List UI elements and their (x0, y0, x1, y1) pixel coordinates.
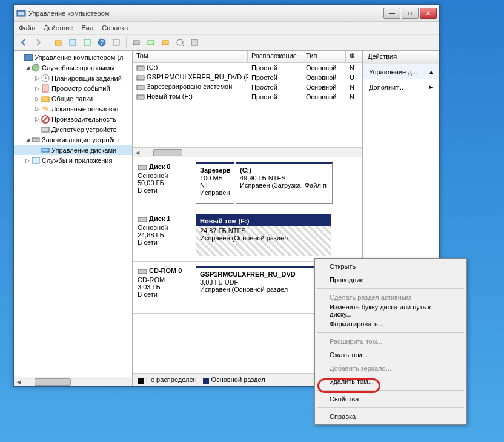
svg-line-24 (43, 117, 48, 122)
window-title: Управление компьютером (28, 10, 383, 17)
tree-devmgr[interactable]: Диспетчер устройств (14, 124, 132, 134)
svg-line-12 (182, 44, 184, 46)
tree-hscrollbar[interactable]: ◄ (14, 377, 132, 386)
svg-rect-2 (55, 41, 61, 45)
svg-rect-8 (133, 41, 139, 45)
titlebar[interactable]: Управление компьютером — □ ✕ (14, 5, 439, 22)
tb-icon-2[interactable] (145, 36, 157, 48)
disk-row: Диск 1Основной24,88 ГБВ сетиНовый том (F… (133, 209, 362, 262)
svg-rect-30 (137, 76, 144, 80)
svg-point-22 (45, 107, 48, 111)
svg-rect-20 (42, 97, 49, 102)
tree-users[interactable]: ▷Локальные пользоват (14, 104, 132, 114)
tree-root[interactable]: Управление компьютером (л (14, 52, 132, 62)
svg-rect-28 (32, 157, 39, 163)
tree-scheduler[interactable]: ▷Планировщик заданий (14, 73, 132, 83)
volume-row[interactable]: Зарезервировано системойПростойОсновнойN (133, 82, 362, 92)
tree-events[interactable]: ▷Просмотр событий (14, 83, 132, 93)
ctx-active: Сделать раздел активным (316, 291, 465, 304)
toolbar: ? (14, 34, 439, 51)
collapse-icon: ▴ (429, 68, 433, 76)
menu-action[interactable]: Действие (44, 24, 73, 31)
volume-row[interactable]: GSP1RMCULXFRER_RU_DVD (E:)ПростойОсновно… (133, 73, 362, 82)
partition[interactable]: (C:)49,90 ГБ NTFSИсправен (Загрузка, Фай… (236, 162, 333, 204)
menu-view[interactable]: Вид (81, 24, 93, 31)
maximize-button[interactable]: □ (402, 8, 419, 19)
svg-rect-35 (138, 269, 147, 274)
col-fs[interactable]: Ф (346, 51, 354, 62)
menu-file[interactable]: Файл (19, 24, 35, 31)
menubar: Файл Действие Вид Справка (14, 22, 439, 34)
actions-diskmgmt[interactable]: Управление д...▴ (363, 64, 439, 79)
svg-rect-3 (70, 39, 76, 45)
ctx-help[interactable]: Справка (316, 410, 465, 423)
svg-rect-32 (137, 95, 144, 99)
tree-system-tools[interactable]: ◢Служебные программы (14, 62, 132, 73)
app-icon (16, 8, 26, 18)
ctx-change-letter[interactable]: Изменить букву диска или путь к диску... (316, 304, 465, 317)
ctx-format[interactable]: Форматировать... (316, 317, 465, 331)
help-icon[interactable]: ? (96, 36, 108, 48)
svg-rect-27 (42, 148, 49, 152)
volume-hscrollbar[interactable]: ◄ (133, 147, 362, 157)
back-button[interactable] (18, 36, 30, 48)
svg-rect-4 (84, 39, 90, 45)
svg-rect-14 (24, 54, 33, 61)
tb-icon-4[interactable] (174, 36, 186, 48)
volume-columns[interactable]: Том Расположение Тип Ф (133, 51, 362, 63)
tree-shared[interactable]: ▷Общие папки (14, 93, 132, 104)
actions-more[interactable]: Дополнит...▸ (363, 79, 439, 94)
svg-rect-1 (18, 12, 24, 15)
col-layout[interactable]: Расположение (248, 51, 302, 62)
ctx-delete-volume[interactable]: Удалить том... (316, 375, 465, 388)
ctx-properties[interactable]: Свойства (316, 392, 465, 406)
view-icon[interactable] (110, 36, 122, 48)
svg-rect-7 (113, 39, 119, 45)
ctx-explorer[interactable]: Проводник (316, 273, 465, 286)
close-button[interactable]: ✕ (420, 8, 437, 19)
svg-rect-29 (137, 66, 144, 70)
tree-performance[interactable]: ▷Производительность (14, 114, 132, 124)
svg-point-15 (32, 64, 39, 71)
ctx-shrink[interactable]: Сжать том... (316, 348, 465, 361)
refresh-icon[interactable] (81, 36, 93, 48)
col-type[interactable]: Тип (302, 51, 346, 62)
svg-rect-19 (42, 85, 48, 92)
ctx-open[interactable]: Открыть (316, 260, 465, 273)
chevron-right-icon: ▸ (429, 83, 433, 91)
context-menu: Открыть Проводник Сделать раздел активны… (314, 258, 467, 425)
svg-text:?: ? (100, 39, 104, 46)
volume-list[interactable]: Том Расположение Тип Ф (C:)ПростойОсновн… (133, 51, 362, 157)
minimize-button[interactable]: — (383, 8, 400, 19)
up-icon[interactable] (52, 36, 64, 48)
props-icon[interactable] (67, 36, 79, 48)
disk-row: Диск 0Основной50,00 ГБВ сетиЗарезерв100 … (133, 157, 362, 209)
tree-services[interactable]: ▷Службы и приложения (14, 155, 132, 165)
tree-diskmgmt[interactable]: Управление дисками (14, 145, 132, 155)
svg-rect-13 (191, 39, 197, 45)
svg-rect-34 (138, 217, 147, 222)
svg-rect-26 (32, 138, 39, 142)
svg-rect-33 (138, 165, 147, 170)
volume-row[interactable]: (C:)ПростойОсновнойN (133, 63, 362, 73)
navigation-tree[interactable]: Управление компьютером (л ◢Служебные про… (14, 51, 133, 386)
tb-icon-1[interactable] (130, 36, 142, 48)
svg-rect-31 (137, 85, 144, 90)
actions-header: Действия (363, 51, 439, 64)
tb-icon-3[interactable] (159, 36, 171, 48)
svg-rect-25 (42, 127, 49, 132)
partition[interactable]: GSP1RMCULXFRER_RU_DVD3,03 ГБ UDFИсправен… (196, 266, 331, 308)
tb-icon-5[interactable] (188, 36, 201, 48)
partition[interactable]: Новый том (F:)24,87 ГБ NTFSИсправен (Осн… (196, 214, 331, 256)
partition[interactable]: Зарезерв100 МБ NTИсправен (196, 162, 234, 204)
forward-button[interactable] (32, 36, 44, 48)
col-volume[interactable]: Том (133, 51, 248, 62)
ctx-extend: Расширить том... (316, 335, 465, 348)
ctx-mirror: Добавить зеркало... (316, 361, 465, 375)
tree-storage[interactable]: ◢Запоминающие устройст (14, 134, 132, 145)
svg-rect-10 (162, 41, 168, 45)
menu-help[interactable]: Справка (102, 24, 128, 31)
svg-rect-9 (148, 41, 154, 45)
volume-row[interactable]: Новый том (F:)ПростойОсновнойN (133, 92, 362, 102)
